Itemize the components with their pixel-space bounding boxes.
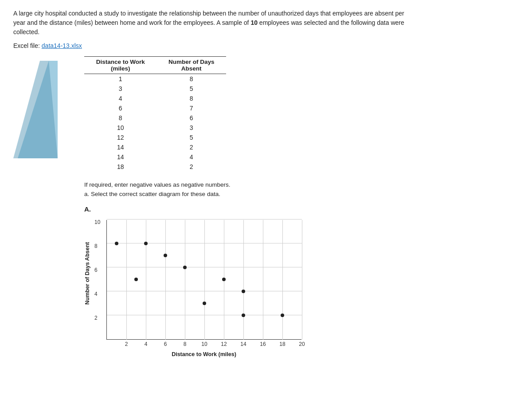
col2-header-line2: Absent bbox=[167, 65, 215, 72]
col2-header-line1: Number of Days bbox=[167, 59, 215, 65]
x-gridline bbox=[126, 220, 127, 340]
x-gridline bbox=[165, 220, 166, 340]
table-row: 18 bbox=[84, 74, 226, 84]
table-row: 182 bbox=[84, 162, 226, 172]
x-tick-label: 16 bbox=[260, 341, 266, 347]
chart-a-letter: A. bbox=[84, 205, 315, 213]
table-body: 1835486786103125142144182 bbox=[84, 74, 226, 172]
distance-cell: 6 bbox=[84, 103, 156, 113]
table-row: 67 bbox=[84, 103, 226, 113]
x-gridline bbox=[243, 220, 244, 340]
data-point bbox=[134, 278, 138, 281]
x-tick-label: 2 bbox=[125, 341, 128, 347]
data-point bbox=[281, 314, 284, 317]
data-point bbox=[183, 266, 187, 269]
absent-cell: 4 bbox=[156, 152, 226, 162]
absent-cell: 7 bbox=[156, 103, 226, 113]
x-gridline bbox=[204, 220, 205, 340]
x-gridline bbox=[146, 220, 146, 340]
table-row: 125 bbox=[84, 133, 226, 142]
col1-header-line1: Distance to Work bbox=[95, 59, 146, 65]
y-tick-label: 4 bbox=[94, 291, 98, 297]
data-point bbox=[164, 254, 167, 257]
y-tick-label: 2 bbox=[94, 315, 98, 321]
absent-cell: 5 bbox=[156, 133, 226, 142]
x-gridline bbox=[302, 220, 302, 340]
x-tick-label: 18 bbox=[279, 341, 285, 347]
excel-link[interactable]: data14-13.xlsx bbox=[42, 42, 82, 49]
absent-cell: 2 bbox=[156, 142, 226, 152]
x-gridline bbox=[282, 220, 283, 340]
x-axis-label: Distance to Work (miles) bbox=[106, 351, 301, 357]
absent-cell: 5 bbox=[156, 84, 226, 94]
table-row: 86 bbox=[84, 113, 226, 123]
data-table-section: Distance to Work (miles) Number of Days … bbox=[84, 56, 315, 357]
table-row: 144 bbox=[84, 152, 226, 162]
distance-cell: 18 bbox=[84, 162, 156, 172]
data-point bbox=[144, 242, 148, 245]
absent-cell: 6 bbox=[156, 113, 226, 123]
distance-cell: 8 bbox=[84, 113, 156, 123]
data-point bbox=[242, 314, 245, 317]
x-tick-label: 14 bbox=[240, 341, 246, 347]
x-tick-label: 12 bbox=[221, 341, 227, 347]
y-axis-label: Number of Days Absent bbox=[84, 238, 93, 309]
distance-cell: 10 bbox=[84, 123, 156, 133]
decorative-image bbox=[13, 61, 66, 160]
x-tick-label: 20 bbox=[299, 341, 305, 347]
chart-a-section: A. Number of Days Absent 246810246810121… bbox=[84, 205, 315, 357]
distance-cell: 12 bbox=[84, 133, 156, 142]
sample-size: 10 bbox=[250, 19, 258, 26]
content-area: Distance to Work (miles) Number of Days … bbox=[13, 56, 519, 357]
table-header-row: Distance to Work (miles) Number of Days … bbox=[84, 57, 226, 74]
negative-values-note: If required, enter negative values as ne… bbox=[84, 181, 315, 188]
absent-cell: 2 bbox=[156, 162, 226, 172]
absent-cell: 8 bbox=[156, 94, 226, 103]
chart-plot-area: 2468102468101214161820 bbox=[106, 220, 301, 340]
data-point bbox=[222, 278, 226, 281]
data-table: Distance to Work (miles) Number of Days … bbox=[84, 56, 226, 172]
excel-label: Excel file: bbox=[13, 42, 40, 49]
x-tick-label: 4 bbox=[145, 341, 148, 347]
instructions-section: If required, enter negative values as ne… bbox=[84, 181, 315, 197]
x-tick-label: 10 bbox=[201, 341, 207, 347]
absent-cell: 8 bbox=[156, 74, 226, 84]
distance-cell: 4 bbox=[84, 94, 156, 103]
x-gridline bbox=[185, 220, 185, 340]
y-gridline bbox=[107, 219, 302, 220]
intro-paragraph: A large city hospital conducted a study … bbox=[13, 9, 412, 37]
x-gridline bbox=[263, 220, 263, 340]
col2-header: Number of Days Absent bbox=[156, 57, 226, 74]
distance-cell: 14 bbox=[84, 152, 156, 162]
chart-a-container: Number of Days Absent 246810246810121416… bbox=[84, 216, 315, 357]
distance-cell: 1 bbox=[84, 74, 156, 84]
col1-header-line2: (miles) bbox=[95, 65, 146, 72]
y-tick-label: 6 bbox=[94, 267, 98, 273]
table-row: 48 bbox=[84, 94, 226, 103]
data-point bbox=[115, 242, 118, 245]
data-point bbox=[242, 290, 245, 293]
y-tick-label: 10 bbox=[94, 219, 100, 225]
distance-cell: 14 bbox=[84, 142, 156, 152]
absent-cell: 3 bbox=[156, 123, 226, 133]
table-row: 142 bbox=[84, 142, 226, 152]
distance-cell: 3 bbox=[84, 84, 156, 94]
table-row: 103 bbox=[84, 123, 226, 133]
data-point bbox=[203, 302, 206, 305]
y-tick-label: 8 bbox=[94, 243, 98, 249]
x-tick-label: 8 bbox=[184, 341, 187, 347]
x-tick-label: 6 bbox=[164, 341, 167, 347]
question-a-text: a. Select the correct scatter diagram fo… bbox=[84, 191, 315, 197]
col1-header: Distance to Work (miles) bbox=[84, 57, 156, 74]
table-row: 35 bbox=[84, 84, 226, 94]
excel-file-line: Excel file: data14-13.xlsx bbox=[13, 42, 519, 49]
